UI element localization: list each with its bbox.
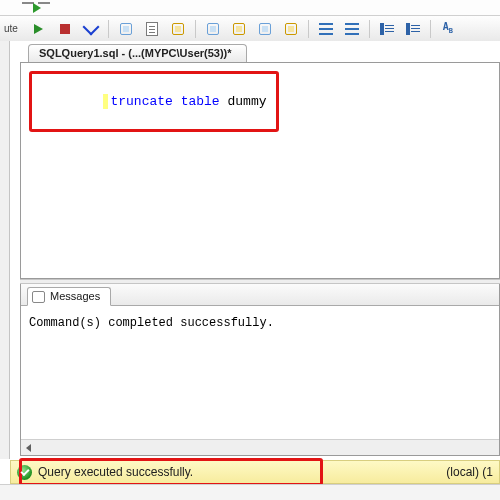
check-icon bbox=[82, 18, 99, 35]
client-stats-button[interactable] bbox=[228, 18, 250, 40]
editor-panel: SQLQuery1.sql - (...(MYPC\User(53))* tru… bbox=[18, 41, 500, 459]
live-stats-icon bbox=[285, 23, 297, 35]
live-stats-button[interactable] bbox=[280, 18, 302, 40]
comment-icon bbox=[319, 23, 333, 35]
messages-icon bbox=[32, 291, 45, 303]
toolbar-separator bbox=[108, 20, 109, 38]
plan-icon bbox=[207, 23, 219, 35]
toolbar-separator bbox=[195, 20, 196, 38]
grid-icon bbox=[120, 23, 132, 35]
sql-keyword: truncate bbox=[110, 94, 172, 109]
ab-icon: AB bbox=[443, 21, 453, 37]
parse-button[interactable] bbox=[80, 18, 102, 40]
execute-button[interactable] bbox=[28, 18, 50, 40]
left-dock-gutter[interactable] bbox=[0, 41, 10, 459]
comment-button[interactable] bbox=[315, 18, 337, 40]
success-icon bbox=[17, 465, 32, 480]
svg-marker-0 bbox=[26, 444, 31, 452]
file-icon bbox=[172, 23, 184, 35]
stop-button[interactable] bbox=[54, 18, 76, 40]
query-file-tab[interactable]: SQLQuery1.sql - (...(MYPC\User(53))* bbox=[28, 44, 247, 62]
toolbar-separator bbox=[369, 20, 370, 38]
status-connection: (local) (1 bbox=[430, 465, 499, 479]
toolbar-separator bbox=[308, 20, 309, 38]
results-text-button[interactable] bbox=[141, 18, 163, 40]
query-status-bar: Query executed successfully. (local) (1 bbox=[10, 460, 500, 484]
actual-plan-button[interactable] bbox=[254, 18, 276, 40]
uncomment-button[interactable] bbox=[341, 18, 363, 40]
messages-output[interactable]: Command(s) completed successfully. bbox=[21, 306, 499, 330]
sql-keyword: table bbox=[181, 94, 220, 109]
status-server: (local) (1 bbox=[446, 465, 493, 479]
play-small-icon bbox=[33, 3, 41, 13]
results-file-button[interactable] bbox=[167, 18, 189, 40]
results-grid-button[interactable] bbox=[115, 18, 137, 40]
line-highlight bbox=[103, 94, 108, 109]
title-fragments bbox=[0, 0, 500, 4]
execute-label-fragment: ute bbox=[4, 23, 18, 34]
specify-values-button[interactable]: AB bbox=[437, 18, 459, 40]
actual-plan-icon bbox=[259, 23, 271, 35]
indent-icon bbox=[406, 23, 420, 35]
play-icon bbox=[34, 24, 43, 34]
highlight-annotation: truncate table dummy bbox=[29, 71, 279, 132]
status-text: Query executed successfully. bbox=[38, 465, 193, 479]
results-tab-bar: Messages bbox=[21, 284, 499, 306]
query-file-tab-label: SQLQuery1.sql - (...(MYPC\User(53))* bbox=[39, 47, 232, 59]
messages-tab[interactable]: Messages bbox=[27, 287, 111, 306]
include-plan-button[interactable] bbox=[202, 18, 224, 40]
horizontal-scrollbar[interactable] bbox=[21, 439, 499, 455]
app-bottom-strip bbox=[0, 484, 500, 500]
outdent-icon bbox=[380, 23, 394, 35]
uncomment-icon bbox=[345, 23, 359, 35]
stop-icon bbox=[60, 24, 70, 34]
outline-gutter bbox=[10, 45, 18, 459]
stats-icon bbox=[233, 23, 245, 35]
sql-editor[interactable]: truncate table dummy bbox=[20, 62, 500, 279]
decrease-indent-button[interactable] bbox=[376, 18, 398, 40]
increase-indent-button[interactable] bbox=[402, 18, 424, 40]
workspace: SQLQuery1.sql - (...(MYPC\User(53))* tru… bbox=[0, 41, 500, 500]
toolbar-separator bbox=[430, 20, 431, 38]
sql-identifier: dummy bbox=[227, 94, 266, 109]
scroll-left-arrow[interactable] bbox=[21, 441, 37, 455]
results-panel: Messages Command(s) completed successful… bbox=[20, 284, 500, 456]
sql-toolbar: ute AB bbox=[0, 15, 500, 41]
top-chrome: ute AB bbox=[0, 0, 500, 41]
messages-tab-label: Messages bbox=[50, 290, 100, 302]
page-icon bbox=[146, 22, 158, 36]
